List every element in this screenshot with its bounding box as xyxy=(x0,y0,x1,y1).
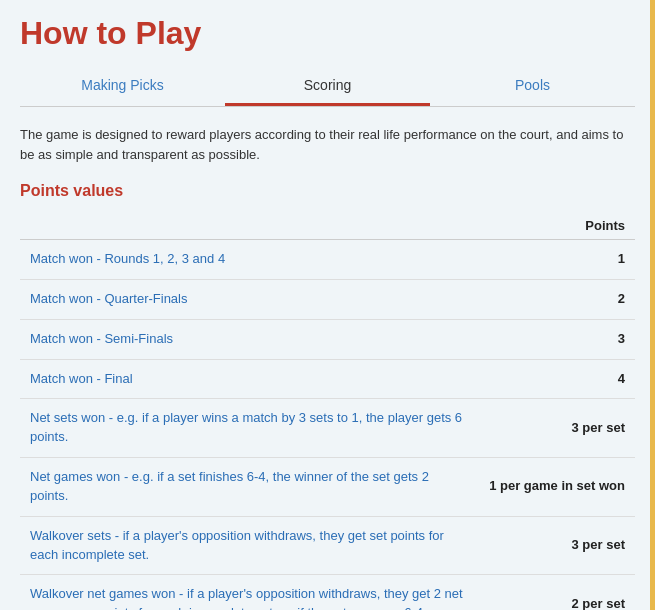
row-points: 1 per game in set won xyxy=(479,458,635,517)
table-row: Match won - Rounds 1, 2, 3 and 41 xyxy=(20,240,635,280)
row-description: Match won - Final xyxy=(20,359,479,399)
row-description: Net sets won - e.g. if a player wins a m… xyxy=(20,399,479,458)
table-row: Net games won - e.g. if a set finishes 6… xyxy=(20,458,635,517)
table-row: Match won - Final4 xyxy=(20,359,635,399)
row-description: Match won - Semi-Finals xyxy=(20,319,479,359)
table-row: Match won - Semi-Finals3 xyxy=(20,319,635,359)
tab-bar: Making Picks Scoring Pools xyxy=(20,67,635,107)
col-description-header xyxy=(20,212,479,240)
table-row: Net sets won - e.g. if a player wins a m… xyxy=(20,399,635,458)
row-description: Net games won - e.g. if a set finishes 6… xyxy=(20,458,479,517)
row-description: Walkover sets - if a player's opposition… xyxy=(20,516,479,575)
row-points: 1 xyxy=(479,240,635,280)
scoring-table: Points Match won - Rounds 1, 2, 3 and 41… xyxy=(20,212,635,610)
main-container: How to Play Making Picks Scoring Pools T… xyxy=(0,0,655,610)
row-description: Match won - Quarter-Finals xyxy=(20,279,479,319)
row-description: Walkover net games won - if a player's o… xyxy=(20,575,479,610)
tab-pools[interactable]: Pools xyxy=(430,67,635,106)
tab-scoring[interactable]: Scoring xyxy=(225,67,430,106)
table-row: Walkover sets - if a player's opposition… xyxy=(20,516,635,575)
tab-making-picks[interactable]: Making Picks xyxy=(20,67,225,106)
row-points: 2 xyxy=(479,279,635,319)
col-points-header: Points xyxy=(479,212,635,240)
row-points: 2 per set xyxy=(479,575,635,610)
section-title: Points values xyxy=(20,182,635,200)
right-accent-bar xyxy=(650,0,655,610)
row-points: 4 xyxy=(479,359,635,399)
row-points: 3 per set xyxy=(479,399,635,458)
table-row: Walkover net games won - if a player's o… xyxy=(20,575,635,610)
row-description: Match won - Rounds 1, 2, 3 and 4 xyxy=(20,240,479,280)
table-row: Match won - Quarter-Finals2 xyxy=(20,279,635,319)
row-points: 3 per set xyxy=(479,516,635,575)
row-points: 3 xyxy=(479,319,635,359)
intro-text: The game is designed to reward players a… xyxy=(20,125,635,164)
page-title: How to Play xyxy=(20,15,635,52)
